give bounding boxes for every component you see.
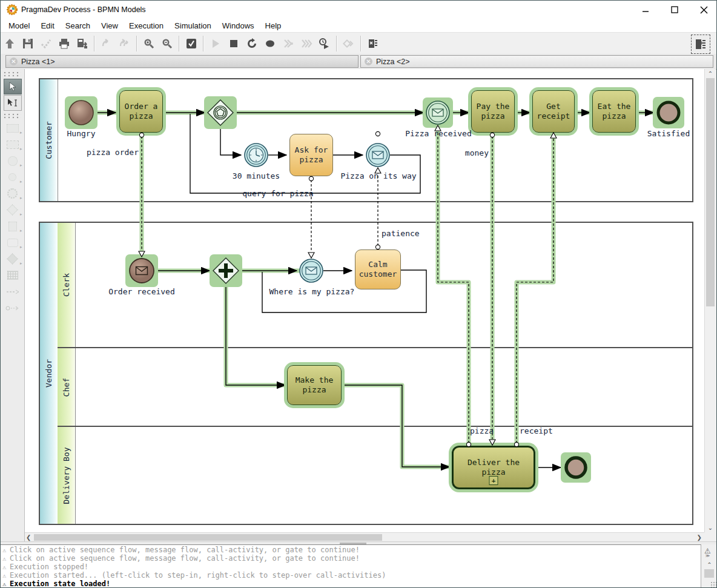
tool-palette: ▸ ▸ ▸ ▸ ▸ ▸ ▸ ▸ ▸ — [1, 69, 25, 541]
up-arrow-icon[interactable] — [2, 35, 18, 52]
subprocess-tool[interactable]: ▸ — [4, 137, 22, 151]
menu-execution[interactable]: Execution — [124, 20, 169, 31]
log-scroll-thumb[interactable] — [704, 569, 714, 578]
canvas-vscrollbar[interactable]: ⌃ ⌄ — [704, 69, 716, 532]
hscroll-thumb[interactable] — [34, 534, 382, 541]
app-icon — [7, 4, 18, 15]
task-eat-pizza[interactable]: Eat the pizza — [592, 90, 636, 133]
label-pizza-order-flow: pizza order — [85, 148, 139, 157]
tab-label: Pizza <2> — [376, 58, 410, 66]
message-event-pizza-received[interactable] — [426, 101, 450, 127]
menu-view[interactable]: View — [96, 20, 124, 31]
label-on-its-way: Pizza on its way — [339, 171, 418, 180]
task-calm-customer[interactable]: Calm customer — [355, 249, 401, 289]
diagram-canvas[interactable]: Customer Vendor Clerk Chef Delivery Boy — [25, 69, 704, 532]
message-event-on-its-way[interactable] — [366, 143, 390, 170]
data-object-tool[interactable]: ▸ — [4, 219, 22, 233]
tab-pizza-2[interactable]: ✕ Pizza <2> — [360, 55, 713, 68]
step-over-icon[interactable] — [299, 35, 314, 52]
resize-grip-icon[interactable] — [710, 581, 716, 587]
association-tool[interactable] — [4, 301, 22, 315]
timer-event-30-minutes[interactable] — [244, 143, 268, 170]
zoom-in-icon[interactable] — [141, 35, 157, 52]
matrix-tool[interactable] — [4, 268, 22, 282]
scroll-left-icon[interactable]: ❮ — [26, 534, 31, 541]
stop-icon[interactable] — [226, 35, 242, 52]
export-diagram-icon[interactable] — [74, 35, 90, 52]
timed-run-icon[interactable] — [317, 35, 332, 52]
menu-bar: Model Edit Search View Execution Simulat… — [1, 19, 716, 32]
play-icon[interactable] — [208, 35, 223, 52]
tab-close-icon[interactable]: ✕ — [10, 58, 18, 65]
message-flow-tool[interactable] — [4, 285, 22, 299]
tab-pizza-1[interactable]: ✕ Pizza <1> — [5, 55, 358, 68]
label-pizza-flow: pizza — [470, 426, 497, 435]
palette-drag-handle[interactable] — [4, 113, 21, 119]
validate-icon[interactable] — [183, 35, 199, 52]
expand-subprocess-icon[interactable]: + — [489, 476, 498, 485]
minimize-icon[interactable] — [638, 3, 653, 16]
menu-model[interactable]: Model — [3, 20, 35, 31]
verify-icon[interactable] — [38, 35, 54, 52]
connector-layer[interactable] — [25, 69, 704, 532]
zoom-out-icon[interactable] — [159, 35, 175, 52]
close-icon[interactable] — [696, 3, 712, 16]
menu-edit[interactable]: Edit — [35, 20, 59, 31]
end-event-delivery[interactable] — [564, 455, 588, 482]
log-line: Click on active sequence flow, message f… — [2, 546, 701, 554]
event-gateway[interactable] — [207, 99, 234, 129]
log-line: Click on active sequence flow, message f… — [2, 554, 701, 563]
subprocess-deliver-pizza[interactable]: Deliver the pizza + — [452, 446, 535, 489]
log-panel[interactable]: Click on active sequence flow, message f… — [1, 544, 701, 588]
parallel-gateway[interactable] — [212, 257, 240, 287]
task-pay-pizza[interactable]: Pay the pizza — [471, 90, 515, 133]
breakpoint-skip-icon[interactable] — [341, 35, 357, 52]
diamond-tool[interactable]: ▸ — [4, 252, 22, 266]
label-query-flow: query for pizza — [240, 189, 316, 198]
intermediate-event-tool[interactable]: ▸ — [4, 170, 22, 184]
restart-icon[interactable] — [244, 35, 260, 52]
end-event-satisfied[interactable] — [656, 100, 681, 128]
text-cursor-tool[interactable] — [4, 95, 22, 111]
message-event-where-pizza[interactable] — [299, 259, 323, 285]
scroll-right-icon[interactable]: ❯ — [697, 534, 702, 541]
record-icon[interactable] — [262, 35, 278, 52]
redo-icon[interactable] — [99, 35, 114, 52]
task-order-pizza[interactable]: Order a pizza — [119, 90, 163, 133]
save-icon[interactable] — [20, 35, 36, 52]
task-ask-pizza[interactable]: Ask for pizza — [289, 134, 333, 176]
log-scroll-up-icon[interactable]: ⌃ — [701, 561, 717, 568]
scroll-up-icon[interactable]: ⌃ — [705, 70, 716, 77]
menu-help[interactable]: Help — [260, 20, 287, 31]
panel-toggle-icon[interactable] — [691, 35, 710, 54]
tab-close-icon[interactable]: ✕ — [365, 58, 372, 65]
canvas-hscrollbar[interactable]: ❮ ❯ — [25, 532, 704, 542]
menu-simulation[interactable]: Simulation — [169, 20, 217, 31]
gateway-tool[interactable]: ▸ — [4, 203, 22, 217]
log-side-column: ⚠≫ ⌃ — [701, 544, 717, 588]
log-warning-icon[interactable]: ⚠≫ — [704, 547, 711, 558]
title-bar: PragmaDev Process - BPMN Models — [1, 1, 716, 19]
task-make-pizza[interactable]: Make the pizza — [287, 365, 342, 405]
menu-search[interactable]: Search — [60, 20, 96, 31]
message-start-event-order-received[interactable] — [128, 257, 155, 286]
scroll-down-icon[interactable]: ⌄ — [705, 524, 716, 531]
print-icon[interactable] — [56, 35, 72, 52]
group-box-tool[interactable]: ▸ — [4, 236, 22, 249]
task-get-receipt[interactable]: Get receipt — [532, 90, 575, 133]
end-event-tool[interactable]: ▸ — [4, 187, 22, 200]
step-in-icon[interactable] — [280, 35, 296, 52]
palette-drag-handle[interactable] — [4, 71, 21, 77]
app-window: PragmaDev Process - BPMN Models Model Ed… — [0, 0, 717, 588]
vscroll-thumb[interactable] — [706, 78, 715, 306]
log-line-latest: Execution state loaded! — [2, 580, 701, 588]
start-event-hungry[interactable] — [68, 99, 94, 128]
redo-all-icon[interactable] — [117, 35, 133, 52]
exit-text-icon[interactable] — [365, 35, 381, 52]
toolbar — [1, 32, 716, 55]
task-tool[interactable]: ▸ — [4, 121, 22, 135]
start-event-tool[interactable]: ▸ — [4, 154, 22, 168]
menu-windows[interactable]: Windows — [217, 20, 260, 31]
select-cursor-tool[interactable] — [4, 79, 22, 94]
maximize-icon[interactable] — [667, 3, 682, 16]
